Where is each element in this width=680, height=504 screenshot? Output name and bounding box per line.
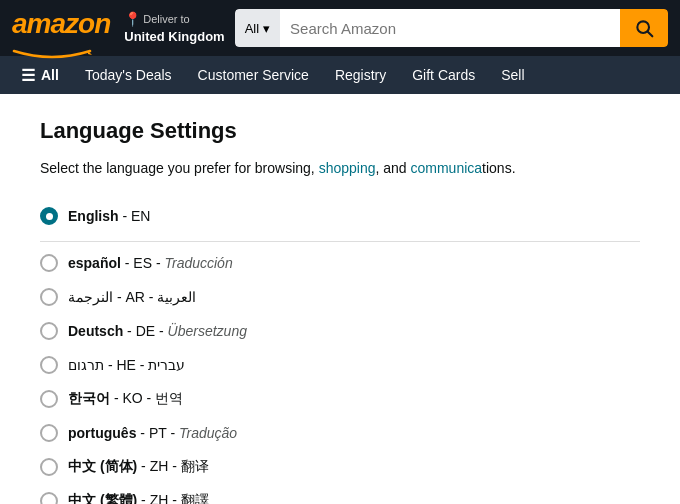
language-item-zh2[interactable]: 中文 (繁體) - ZH - 翻譯 xyxy=(40,484,640,504)
description-highlight-communications: communica xyxy=(410,160,482,176)
language-item-en[interactable]: English - EN xyxy=(40,199,640,242)
language-label-en: English - EN xyxy=(68,208,150,224)
search-icon xyxy=(634,18,654,38)
language-label-zh2: 中文 (繁體) - ZH - 翻譯 xyxy=(68,492,209,504)
nav-item-customer-service[interactable]: Customer Service xyxy=(187,60,320,90)
navbar: ☰ All Today's Deals Customer Service Reg… xyxy=(0,56,680,94)
radio-de[interactable] xyxy=(40,322,58,340)
language-item-he[interactable]: תרגום - HE - עברית xyxy=(40,348,640,382)
description: Select the language you prefer for brows… xyxy=(40,158,640,179)
language-label-pt: português - PT - Tradução xyxy=(68,425,237,441)
logo-text: amazon xyxy=(12,10,110,38)
search-category-selector[interactable]: All ▾ xyxy=(235,9,280,47)
language-list: English - EN español - ES - Traducción ا… xyxy=(40,199,640,504)
language-item-de[interactable]: Deutsch - DE - Übersetzung xyxy=(40,314,640,348)
deliver-country: United Kingdom xyxy=(124,29,224,46)
nav-item-sell[interactable]: Sell xyxy=(490,60,535,90)
deliver-top-label: Deliver to xyxy=(143,12,189,26)
language-item-ar[interactable]: النرجمة - AR - العربية xyxy=(40,280,640,314)
language-label-ar: النرجمة - AR - العربية xyxy=(68,289,196,305)
radio-he[interactable] xyxy=(40,356,58,374)
language-item-pt[interactable]: português - PT - Tradução xyxy=(40,416,640,450)
description-text-1: Select the language you prefer for brows… xyxy=(40,160,319,176)
nav-all-button[interactable]: ☰ All xyxy=(10,59,70,92)
language-item-ko[interactable]: 한국어 - KO - 번역 xyxy=(40,382,640,416)
radio-zh2[interactable] xyxy=(40,492,58,504)
location-icon: 📍 xyxy=(124,10,141,28)
radio-pt[interactable] xyxy=(40,424,58,442)
radio-inner-en xyxy=(46,213,53,220)
hamburger-icon: ☰ xyxy=(21,66,35,85)
chevron-down-icon: ▾ xyxy=(263,21,270,36)
language-item-zh1[interactable]: 中文 (简体) - ZH - 翻译 xyxy=(40,450,640,484)
language-label-zh1: 中文 (简体) - ZH - 翻译 xyxy=(68,458,209,476)
description-text-2: , and xyxy=(375,160,410,176)
nav-all-label: All xyxy=(41,67,59,83)
radio-ar[interactable] xyxy=(40,288,58,306)
language-label-ko: 한국어 - KO - 번역 xyxy=(68,390,183,408)
search-button[interactable] xyxy=(620,9,668,47)
search-input[interactable] xyxy=(280,9,620,47)
language-label-de: Deutsch - DE - Übersetzung xyxy=(68,323,247,339)
description-text-3: tions. xyxy=(482,160,515,176)
deliver-to[interactable]: 📍 Deliver to United Kingdom xyxy=(124,10,224,45)
nav-item-todays-deals[interactable]: Today's Deals xyxy=(74,60,183,90)
language-item-es[interactable]: español - ES - Traducción xyxy=(40,246,640,280)
main-content: Language Settings Select the language yo… xyxy=(0,94,680,504)
radio-es[interactable] xyxy=(40,254,58,272)
radio-en[interactable] xyxy=(40,207,58,225)
radio-zh1[interactable] xyxy=(40,458,58,476)
page-title: Language Settings xyxy=(40,118,640,144)
radio-ko[interactable] xyxy=(40,390,58,408)
svg-line-2 xyxy=(648,32,653,37)
header: amazon 📍 Deliver to United Kingdom All ▾ xyxy=(0,0,680,56)
description-highlight-shopping: shopping xyxy=(319,160,376,176)
nav-item-registry[interactable]: Registry xyxy=(324,60,397,90)
search-bar: All ▾ xyxy=(235,9,668,47)
language-label-he: תרגום - HE - עברית xyxy=(68,357,185,373)
amazon-logo[interactable]: amazon xyxy=(12,10,110,46)
language-label-es: español - ES - Traducción xyxy=(68,255,233,271)
nav-item-gift-cards[interactable]: Gift Cards xyxy=(401,60,486,90)
search-category-label: All xyxy=(245,21,259,36)
